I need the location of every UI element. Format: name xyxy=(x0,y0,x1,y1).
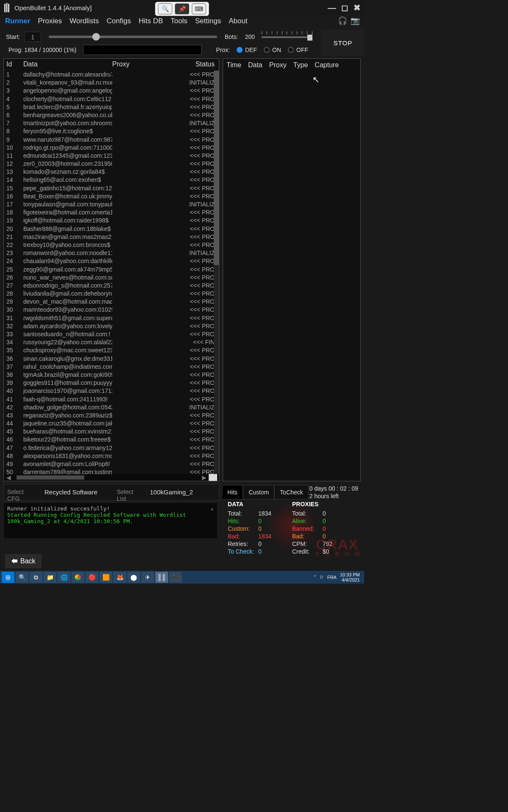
menu-configs[interactable]: Configs xyxy=(107,17,131,25)
system-tray[interactable]: ˄ ⚐ FRA 10:33 PM 4/4/2021 xyxy=(314,572,362,582)
menu-tools[interactable]: Tools xyxy=(171,17,188,25)
table-row[interactable]: 24chaualan94@yahoo.com:darthkiller<<< PR… xyxy=(4,257,219,265)
start-slider-thumb[interactable] xyxy=(92,33,100,41)
table-row[interactable]: 29devon_at_mac@hotmail.com:madm<<< PRO xyxy=(4,298,219,306)
table-row[interactable]: 40joaonarciso1970@gmail.com:17127<<< PRO xyxy=(4,387,219,395)
taskbar-chrome-icon[interactable] xyxy=(72,572,84,583)
side-col-capture[interactable]: Capture xyxy=(315,61,339,69)
table-row[interactable]: 21mas2iran@gmail.com:mas2mas21<<< PRO xyxy=(4,233,219,241)
log-collapse-icon[interactable]: ▴ xyxy=(210,505,214,512)
table-row[interactable]: 23romanword@yahoo.com:noodle112INITIALIZ xyxy=(4,249,219,257)
taskbar-opera-icon[interactable]: 🔴 xyxy=(86,572,98,583)
select-cfg-box[interactable]: Select CFG Recycled Software Select List… xyxy=(3,484,219,501)
taskbar-edge-icon[interactable]: 🌐 xyxy=(58,572,70,583)
side-col-time[interactable]: Time xyxy=(226,61,241,69)
prox-radio-off[interactable] xyxy=(288,47,294,53)
table-row[interactable]: 2vitalii_korepanov_93@mail.ru:murzilINIT… xyxy=(4,79,219,87)
table-row[interactable]: 1dallachy@hotmail.com:alexandru7!<<< PRO xyxy=(4,71,219,79)
table-row[interactable]: 4clocherty@hotmail.com:Celtic112<<< PRO xyxy=(4,95,219,103)
table-row[interactable]: 26nuno_war_neves@hotmail.com:schi<<< PRO xyxy=(4,274,219,282)
table-row[interactable]: 38tgmAsk.brazil@gmail.com:goki9098<<< PR… xyxy=(4,371,219,379)
table-row[interactable]: 15pepe_gatinho15@hotmail.com:1234<<< PRO xyxy=(4,184,219,192)
table-row[interactable]: 43reganaziz@yahoo.com:2389aziz$<<< PRO xyxy=(4,411,219,420)
camera-icon[interactable]: 📷 xyxy=(351,16,360,25)
vertical-scroll-thumb[interactable] xyxy=(214,71,219,265)
col-header-id[interactable]: Id xyxy=(6,60,23,68)
taskbar-app1-icon[interactable]: 🟧 xyxy=(99,572,112,583)
bots-slider[interactable] xyxy=(262,31,312,42)
tray-lang[interactable]: FRA xyxy=(327,575,337,580)
side-col-data[interactable]: Data xyxy=(248,61,262,69)
maximize-icon[interactable]: ◻ xyxy=(341,3,348,13)
close-icon[interactable]: ✖ xyxy=(353,3,361,13)
side-col-proxy[interactable]: Proxy xyxy=(269,61,287,69)
table-row[interactable]: 17tonypaulasn@gmail.com:tonypaul1INITIAL… xyxy=(4,200,219,208)
table-row[interactable]: 30marinteodor93@yahoo.com:010293<<< PRO xyxy=(4,306,219,314)
keyboard-icon[interactable]: ⌨ xyxy=(192,3,206,14)
table-row[interactable]: 34russyoung22@yahoo.com:alalal2212<<< FI… xyxy=(4,338,219,346)
table-row[interactable]: 22trexboy10@yahoo.com:broncos$<<< PRO xyxy=(4,241,219,249)
side-col-type[interactable]: Type xyxy=(293,61,308,69)
pin-icon[interactable]: 📌 xyxy=(175,3,189,14)
table-row[interactable]: 12zer0_02003@hotmail.com:2319506!<<< PRO xyxy=(4,160,219,168)
menu-proxies[interactable]: Proxies xyxy=(38,17,62,25)
vertical-scrollbar[interactable] xyxy=(214,71,219,474)
table-row[interactable]: 35chucksproxy@mac.com:sweet123$<<< PRO xyxy=(4,346,219,354)
bots-slider-thumb[interactable] xyxy=(307,35,312,41)
tab-hits[interactable]: Hits xyxy=(222,485,243,499)
tray-flag-icon[interactable]: ⚐ xyxy=(320,575,324,580)
start-menu-icon[interactable]: ⊞ xyxy=(2,572,14,583)
back-button[interactable]: 🡄 Back xyxy=(5,554,41,568)
tray-clock[interactable]: 10:33 PM 4/4/2021 xyxy=(340,572,360,582)
table-row[interactable]: 32adam.aycardo@yahoo.com:lovelybe<<< PRO xyxy=(4,322,219,330)
table-row[interactable]: 5brad.leclerc@hotmail.fr:azertyuiop!<<< … xyxy=(4,103,219,111)
tab-tocheck[interactable]: ToCheck xyxy=(274,485,308,499)
menu-hitsdb[interactable]: Hits DB xyxy=(138,17,163,25)
horizontal-scrollbar[interactable]: ◀ ▶ xyxy=(4,474,219,481)
menu-wordlists[interactable]: Wordlists xyxy=(69,17,99,25)
table-row[interactable]: 41faah-q@hotmail.com:24111993!<<< PRO xyxy=(4,395,219,403)
table-row[interactable]: 36sinan.cakaroglu@gmx.de:dme331un<<< PRO xyxy=(4,355,219,363)
prox-radio-def[interactable] xyxy=(237,47,243,53)
table-row[interactable]: 20Basher888@gmail.com:18blake$<<< PRO xyxy=(4,225,219,233)
table-row[interactable]: 11edmundcai12345@gmail.com:12345<<< PRO xyxy=(4,152,219,160)
table-row[interactable]: 13komado@seznam.cz:gorila84$<<< PRO xyxy=(4,168,219,176)
taskbar-telegram-icon[interactable]: ✈ xyxy=(141,572,154,583)
menu-about[interactable]: About xyxy=(229,17,247,25)
taskbar-search-icon[interactable]: 🔍 xyxy=(16,572,28,583)
table-row[interactable]: 33santoseduardo_n@hotmail.com:!<<< PRO xyxy=(4,330,219,338)
col-header-proxy[interactable]: Proxy xyxy=(112,60,176,68)
table-row[interactable]: 50darrentam789@gmail.com:justinme<<< PRO xyxy=(4,468,219,474)
table-row[interactable]: 37rahul_coolchamp@indiatimes.com:s<<< PR… xyxy=(4,363,219,371)
table-row[interactable]: 19igkoff@hotmail.com:raider1998$<<< PRO xyxy=(4,217,219,225)
hscroll-right-arrow-icon[interactable]: ▶ xyxy=(201,474,207,481)
table-row[interactable]: 9www.naruto987@hotmail.com:9876<<< PRO xyxy=(4,136,219,144)
headset-icon[interactable]: 🎧 xyxy=(338,16,347,25)
table-row[interactable]: 10rodrigo.gt.rpo@gmail.com:7110009<<< PR… xyxy=(4,144,219,152)
table-row[interactable]: 42shadow_golge@hotmail.com:05436INITIALI… xyxy=(4,403,219,411)
table-row[interactable]: 25zegg90@gmail.com:ak74m79mp51<<< PRO xyxy=(4,266,219,274)
table-row[interactable]: 39goggles911@hotmail.com:puuyyytt<<< PRO xyxy=(4,379,219,387)
table-row[interactable]: 7tmartinizpot@yahoo.com:shrooms1INITIALI… xyxy=(4,119,219,127)
tray-chevron-icon[interactable]: ˄ xyxy=(314,575,316,580)
table-row[interactable]: 47o.federica@yahoo.com:armany12<<< PRO xyxy=(4,444,219,452)
table-row[interactable]: 6benhargreaves2006@yahoo.co.uk:lo<<< PRO xyxy=(4,111,219,119)
stop-button[interactable]: STOP xyxy=(322,30,364,56)
table-row[interactable]: 46biketour22@hotmail.com:freeee$<<< PRO xyxy=(4,436,219,444)
hscroll-thumb[interactable] xyxy=(17,475,84,480)
col-header-status[interactable]: Status xyxy=(176,60,216,68)
table-row[interactable]: 28liviudanila@gmail.com:deheboryn$<<< PR… xyxy=(4,290,219,298)
tab-custom[interactable]: Custom xyxy=(243,485,274,499)
table-row[interactable]: 44jaqueline.cruz35@hotmail.com:jake<<< P… xyxy=(4,420,219,428)
start-slider[interactable] xyxy=(49,36,217,38)
taskbar-app2-icon[interactable]: ⬤ xyxy=(127,572,140,583)
taskbar-taskview-icon[interactable]: ⧉ xyxy=(30,572,42,583)
menu-runner[interactable]: Runner xyxy=(5,17,30,25)
minimize-icon[interactable]: — xyxy=(328,3,336,13)
table-row[interactable]: 45bueharas@hotmail.com:xvinstm212<<< PRO xyxy=(4,428,219,436)
table-row[interactable]: 31rwgoldsmith51@gmail.com:superch<<< PRO xyxy=(4,314,219,322)
table-row[interactable]: 8feryon95@live.it:coglione$<<< PRO xyxy=(4,127,219,135)
taskbar-app3-icon[interactable]: ⬛ xyxy=(169,572,182,583)
hscroll-left-arrow-icon[interactable]: ◀ xyxy=(6,474,11,481)
table-row[interactable]: 49avonamlet@gmail.com:LoliPop6!<<< PRO xyxy=(4,460,219,468)
